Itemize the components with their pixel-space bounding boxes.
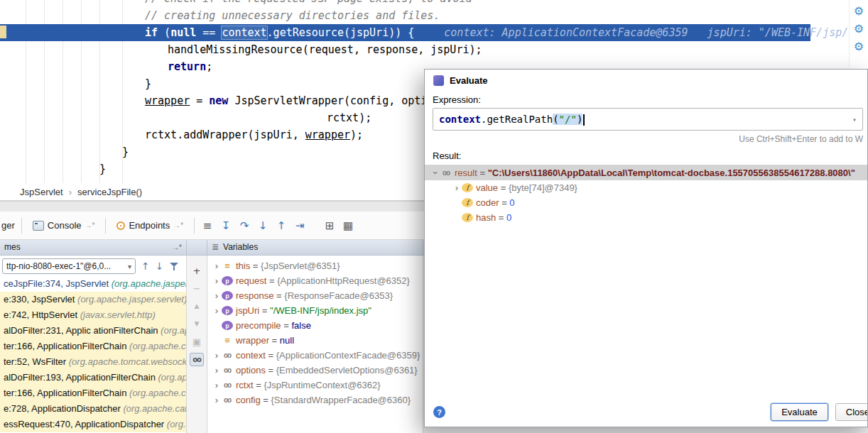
move-watch-up-icon[interactable]: ▲: [190, 300, 204, 313]
variable-name: precompile: [236, 320, 281, 331]
gear-icon[interactable]: ⚙: [850, 40, 868, 53]
variable-row[interactable]: oo context {ApplicationContextFacade@635…: [207, 348, 423, 363]
add-watch-icon[interactable]: +: [190, 264, 204, 278]
expand-chevron-icon[interactable]: [212, 261, 222, 271]
endpoints-icon: [116, 221, 125, 230]
stack-frame-row[interactable]: ter:166, ApplicationFilterChain (org.apa…: [0, 339, 186, 354]
code-token: handleMissingResource(request, response,…: [168, 43, 482, 56]
stack-frame-row[interactable]: ceJspFile:374, JspServlet (org.apache.ja…: [0, 276, 186, 292]
previous-frame-icon[interactable]: ↑: [141, 261, 150, 272]
frame-location: alDoFilter:193, ApplicationFilterChain: [4, 372, 158, 383]
evaluate-dialog-titlebar[interactable]: Evaluate: [425, 70, 867, 91]
tab-console[interactable]: Console →*: [26, 212, 102, 239]
frame-package: (org.apache.tomcat.websocket: [69, 356, 186, 367]
stack-frame-row[interactable]: ter:52, WsFilter (org.apache.tomcat.webs…: [0, 354, 186, 370]
result-child-row[interactable]: f coder 0: [425, 195, 867, 210]
variables-menu-icon[interactable]: ≣: [212, 240, 219, 255]
field-icon: f: [462, 198, 473, 207]
variable-row[interactable]: ≡ wrapper null: [207, 333, 423, 348]
code-token: rctxt.addWrapper(jspUri,: [145, 128, 305, 141]
gear-icon[interactable]: ⚙: [850, 4, 868, 18]
move-watch-down-icon[interactable]: ▼: [190, 317, 204, 331]
code-token: }: [99, 163, 106, 175]
code-token: // creating unnecessary directories and …: [145, 9, 440, 22]
remove-watch-icon[interactable]: −: [190, 282, 204, 295]
result-child-row[interactable]: f hash 0: [425, 210, 867, 225]
code-token: null: [170, 26, 196, 39]
tab-debugger[interactable]: ger: [0, 212, 18, 239]
collapse-chevron-icon[interactable]: [430, 168, 441, 177]
expression-token: "/": [559, 114, 577, 125]
console-icon: [33, 221, 44, 231]
stack-frame-row[interactable]: alDoFilter:193, ApplicationFilterChain (…: [0, 370, 186, 385]
show-execution-point-icon[interactable]: ↧: [217, 219, 235, 232]
variable-row[interactable]: oo config {StandardWrapperFacade@6360}: [207, 393, 423, 407]
breakpoint-gutter-marker[interactable]: [0, 26, 6, 38]
tab-endpoints-label: Endpoints: [129, 220, 170, 231]
variable-name: config: [236, 395, 261, 405]
code-line[interactable]: handleMissingResource(request, response,…: [0, 41, 868, 58]
result-child-row[interactable]: f value {byte[74]@7349}: [425, 180, 867, 195]
expand-chevron-icon[interactable]: [212, 395, 222, 405]
parameter-icon: p: [222, 321, 233, 330]
stack-frame-row[interactable]: alDoFilter:231, Applic ationFilterChain …: [0, 323, 186, 339]
variables-panel-header[interactable]: ≣ Variables: [207, 240, 423, 255]
close-button[interactable]: Close: [835, 403, 868, 421]
expand-chevron-icon[interactable]: [212, 380, 222, 390]
evaluate-button[interactable]: Evaluate: [771, 403, 828, 421]
expand-chevron-icon[interactable]: [452, 182, 462, 193]
stack-frame-row[interactable]: e:728, ApplicationDispatcher (org.apache…: [0, 401, 186, 417]
frames-panel-header[interactable]: mes →*: [0, 240, 187, 255]
frames-header-icon[interactable]: →*: [172, 240, 182, 255]
next-frame-icon[interactable]: ↓: [156, 261, 164, 272]
code-token: );: [350, 128, 363, 141]
stack-frame-row[interactable]: ter:166, ApplicationFilterChain (org.apa…: [0, 385, 186, 401]
tab-endpoints[interactable]: Endpoints →*: [109, 212, 190, 239]
mute-breakpoints-icon[interactable]: ▦: [339, 219, 357, 232]
variable-row[interactable]: p response {ResponseFacade@6353}: [207, 288, 423, 303]
breadcrumb-class[interactable]: JspServlet: [20, 187, 63, 197]
code-token: rctxt);: [327, 111, 371, 124]
variable-row[interactable]: p jspUri "/WEB-INF/jsp/index.jsp": [207, 303, 423, 318]
stack-frame-row[interactable]: essRequest:470, ApplicationDispatcher (o…: [0, 417, 186, 432]
step-into-icon[interactable]: ↓: [254, 219, 272, 232]
equals-sign: [269, 335, 280, 346]
expand-chevron-icon[interactable]: [212, 290, 222, 301]
expression-input[interactable]: context.getRealPath("/"): [433, 108, 863, 131]
hide-library-frames-icon[interactable]: [169, 261, 179, 271]
thread-selector[interactable]: ttp-nio-8080-exec-1"@6,0...: [2, 258, 136, 274]
code-line[interactable]: // creating unnecessary directories and …: [0, 7, 868, 24]
view-breakpoints-icon[interactable]: ⊞: [320, 219, 339, 232]
run-to-cursor-icon[interactable]: ⇥: [291, 219, 309, 232]
scroll-to-end-icon: →*: [85, 221, 95, 229]
expand-chevron-icon[interactable]: [212, 305, 222, 316]
variable-row[interactable]: oo rctxt {JspRuntimeContext@6362}: [207, 378, 423, 393]
variable-row[interactable]: p precompile false: [207, 318, 423, 333]
expand-chevron-icon[interactable]: [212, 275, 222, 286]
code-line[interactable]: // Check if the requested JSP page exist…: [0, 0, 868, 7]
watches-header-gap: [187, 240, 207, 255]
frames-header-label: mes: [4, 240, 21, 255]
gear-icon[interactable]: ⚙: [850, 22, 868, 35]
tab-console-label: Console: [48, 220, 82, 231]
expand-chevron-icon[interactable]: [212, 365, 222, 376]
frames-list: ceJspFile:374, JspServlet (org.apache.ja…: [0, 276, 186, 432]
expand-chevron-icon[interactable]: [212, 350, 222, 361]
execution-line[interactable]: if (null == context.getResource(jspUri))…: [0, 24, 810, 41]
breadcrumb-method[interactable]: serviceJspFile(): [77, 187, 142, 197]
stack-frame-row[interactable]: e:330, JspServlet (org.apache.jasper.ser…: [0, 292, 186, 307]
variable-row[interactable]: oo options {EmbeddedServletOptions@6361}: [207, 363, 423, 378]
stack-frame-row[interactable]: e:742, HttpServlet (javax.servlet.http): [0, 307, 186, 323]
show-watches-icon[interactable]: oo: [190, 353, 204, 366]
step-over-icon[interactable]: ↷: [235, 219, 254, 232]
hamburger-menu-icon[interactable]: ≡: [198, 219, 217, 232]
variable-row[interactable]: p request {ApplicationHttpRequest@6352}: [207, 273, 423, 288]
help-icon[interactable]: ?: [433, 406, 445, 418]
result-row[interactable]: oo result "C:\Users\11860\AppData\Local\…: [425, 165, 867, 180]
frames-panel: ttp-nio-8080-exec-1"@6,0... ↑ ↓ ceJspFil…: [0, 256, 187, 433]
variable-value: {ApplicationHttpRequest@6352}: [277, 275, 410, 286]
variable-row[interactable]: ≡ this {JspServlet@6351}: [207, 258, 423, 273]
frame-package: (org.apa: [158, 372, 187, 383]
step-out-icon[interactable]: ↑: [272, 219, 291, 232]
duplicate-watch-icon[interactable]: ▣: [190, 335, 204, 349]
